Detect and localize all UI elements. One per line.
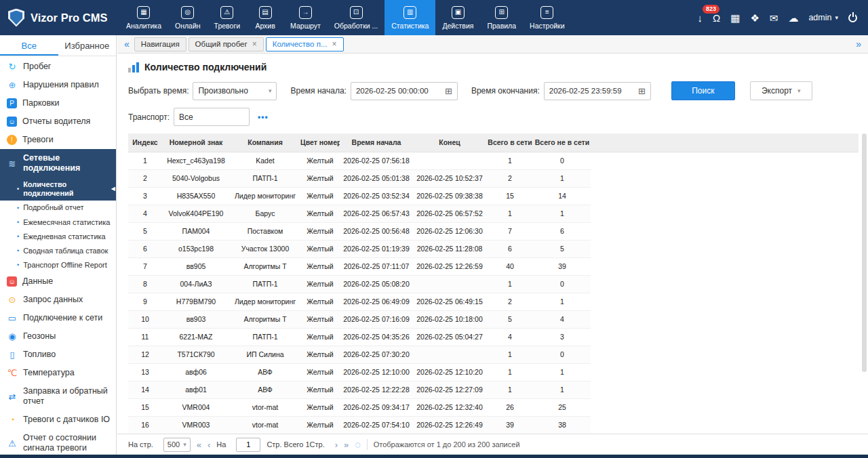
tabs-scroll-left-icon[interactable]: « bbox=[121, 39, 132, 49]
sidebar-tab-all[interactable]: Все bbox=[0, 35, 58, 56]
sidebar-item-connection-count[interactable]: •Количество подключений◀ bbox=[0, 178, 116, 201]
settings-icon: ≡ bbox=[540, 6, 553, 19]
table-row[interactable]: 15VMR004vtor-matЖелтый2026-02-25 09:34:1… bbox=[128, 398, 859, 416]
sidebar-item-geofences[interactable]: ◉Геозоны bbox=[0, 327, 116, 346]
table-row[interactable]: 4VolvoК404РЕ190БарусЖелтый2026-02-25 06:… bbox=[128, 205, 859, 222]
calendar-icon[interactable]: ⊞ bbox=[445, 86, 452, 96]
tab-2[interactable]: Общий пробег× bbox=[189, 37, 264, 51]
table-row[interactable]: 25040-VolgobusПАТП-1Желтый2026-02-25 05:… bbox=[128, 169, 859, 187]
mileage-icon: ↻ bbox=[7, 62, 18, 71]
close-icon[interactable]: × bbox=[252, 39, 257, 49]
table-row[interactable]: 16VMR003vtor-matЖелтый2026-02-25 07:54:1… bbox=[128, 416, 859, 434]
tab-label: Общий пробег bbox=[195, 40, 248, 48]
column-header: Всего в сети bbox=[486, 133, 534, 152]
cloud-icon[interactable]: ☁ bbox=[788, 13, 798, 23]
sidebar-item-label: Подробный отчет bbox=[23, 203, 83, 212]
alarm-bell-icon[interactable]: Ω823 bbox=[713, 13, 720, 23]
table-row[interactable]: 8004-ЛиАЗПАТП-1Желтый2026-02-25 05:08:20… bbox=[128, 275, 859, 293]
table-row[interactable]: 116221-MAZПАТП-1Желтый2026-02-25 04:35:2… bbox=[128, 328, 859, 346]
tab-1[interactable]: Навигация bbox=[134, 37, 186, 51]
prev-page-button[interactable]: ‹ bbox=[208, 440, 210, 450]
nav-item-rules[interactable]: ⊞Правила bbox=[480, 0, 523, 35]
sidebar-item-io-alarms[interactable]: ◔Тревоги с датчиков IO bbox=[0, 411, 116, 429]
sidebar-item-fuel[interactable]: ▯Топливо bbox=[0, 346, 116, 364]
sidebar-item-alarms[interactable]: !Тревоги bbox=[0, 131, 116, 149]
processing-icon: ⊡ bbox=[350, 6, 363, 19]
table-row[interactable]: 5ПАМ004ПоставкомЖелтый2026-02-25 00:56:4… bbox=[128, 222, 859, 240]
column-header-filler bbox=[591, 133, 859, 152]
goto-page-input[interactable] bbox=[236, 438, 260, 452]
sidebar-item-network-connect[interactable]: ▭Подключение к сети bbox=[0, 309, 116, 327]
cell: 15 bbox=[128, 398, 162, 416]
table-row[interactable]: 3Н835АХ550Лидер мониторингЖелтый2026-02-… bbox=[128, 187, 859, 205]
sidebar-item-monthly-stats[interactable]: •Ежемесячная статистика◀ bbox=[0, 215, 116, 230]
route-icon: → bbox=[299, 6, 312, 19]
nav-item-analytics[interactable]: ▦Аналитика bbox=[119, 0, 168, 35]
apps-grid-icon[interactable]: ▦ bbox=[730, 13, 740, 23]
nav-item-online[interactable]: ◎Онлайн bbox=[168, 0, 208, 35]
sidebar-item-violations[interactable]: ⊕Нарушения правил bbox=[0, 76, 116, 94]
more-options-button[interactable]: ••• bbox=[258, 112, 269, 122]
power-icon[interactable] bbox=[848, 14, 857, 22]
cell: ПАТП-1 bbox=[230, 169, 300, 187]
cell: 26 bbox=[486, 398, 534, 416]
table-row[interactable]: 12Т571СК790ИП СилинаЖелтый2026-02-25 07:… bbox=[128, 346, 859, 363]
nav-item-archive[interactable]: ▤Архив bbox=[247, 0, 283, 35]
table-row[interactable]: 1Нехст_с463уа198KadetЖелтый2026-02-25 07… bbox=[128, 152, 859, 169]
nav-item-processing[interactable]: ⊡Обработки ... bbox=[328, 0, 384, 35]
table-row[interactable]: 13авф06АВФЖелтый2026-02-25 12:10:002026-… bbox=[128, 363, 859, 381]
mail-icon[interactable]: ✉ bbox=[770, 13, 778, 23]
cell: 2026-02-25 07:16:09 bbox=[340, 310, 413, 328]
time-range-select[interactable]: Произвольно ▾ bbox=[193, 82, 277, 100]
sidebar-tab-favorites[interactable]: Избранное bbox=[58, 35, 117, 56]
table-row[interactable]: 7вв905Алгоритмы ТЖелтый2026-02-25 07:11:… bbox=[128, 257, 859, 275]
sidebar-item-detailed-report[interactable]: •Подробный отчет◀ bbox=[0, 201, 116, 215]
vertical-scrollbar[interactable] bbox=[862, 133, 867, 424]
cell: 14 bbox=[128, 381, 162, 398]
sidebar-item-refuel-return[interactable]: ⇄Заправка и обратный отчет bbox=[0, 382, 116, 411]
admin-menu[interactable]: admin ▾ bbox=[808, 13, 838, 22]
tab-label: Количество п... bbox=[273, 40, 328, 48]
search-button[interactable]: Поиск bbox=[671, 81, 735, 100]
sidebar-item-rates-summary[interactable]: •Сводная таблица ставок◀ bbox=[0, 244, 116, 258]
nav-item-alarms[interactable]: ⚠Тревоги bbox=[208, 0, 248, 35]
sidebar-item-data-request[interactable]: ⊙Запрос данных bbox=[0, 291, 116, 309]
tab-label: Навигация bbox=[141, 40, 180, 48]
cell bbox=[413, 152, 486, 169]
calendar-icon[interactable]: ⊞ bbox=[638, 86, 646, 96]
per-page-select[interactable]: 500 ▾ bbox=[163, 438, 191, 452]
last-page-button[interactable]: » bbox=[344, 440, 349, 450]
sidebar-item-offline-report[interactable]: •Транспорт Offline Report◀ bbox=[0, 258, 116, 272]
sidebar-item-driver-reports[interactable]: ☺Отчеты водителя bbox=[0, 112, 116, 131]
table-row[interactable]: 14авф01АВФЖелтый2026-02-25 12:22:282026-… bbox=[128, 381, 859, 398]
first-page-button[interactable]: « bbox=[197, 440, 201, 450]
transport-input[interactable] bbox=[174, 108, 250, 126]
refresh-spinner-icon[interactable]: ◌ bbox=[355, 439, 360, 450]
table-row[interactable]: 10вв903Алгоритмы ТЖелтый2026-02-25 07:16… bbox=[128, 310, 859, 328]
sidebar-item-alarm-status-report[interactable]: ⚠Отчет о состоянии сигнала тревоги bbox=[0, 429, 116, 455]
sidebar-item-daily-stats[interactable]: •Ежедневная статистика◀ bbox=[0, 230, 116, 244]
sidebar-item-mileage[interactable]: ↻Пробег bbox=[0, 58, 116, 76]
cell-filler bbox=[591, 398, 859, 416]
table-row[interactable]: 9Н779ВМ790Лидер мониторингЖелтый2026-02-… bbox=[128, 293, 859, 310]
download-icon[interactable]: ↓ bbox=[697, 13, 703, 23]
sidebar-item-temperature[interactable]: ℃Температура bbox=[0, 364, 116, 382]
sidebar-item-parking[interactable]: PПарковки bbox=[0, 94, 116, 112]
gift-icon[interactable]: ❖ bbox=[750, 13, 759, 23]
start-time-input[interactable]: 2026-02-25 00:00:00 ⊞ bbox=[351, 82, 458, 100]
sidebar-item-data[interactable]: ☺Данные bbox=[0, 272, 116, 291]
table-row[interactable]: 6о153рс198Участок 13000Желтый2026-02-25 … bbox=[128, 240, 859, 257]
scrollbar-thumb[interactable] bbox=[862, 133, 867, 372]
tab-3[interactable]: Количество п...× bbox=[266, 37, 344, 51]
end-time-label: Время окончания: bbox=[471, 86, 540, 96]
close-icon[interactable]: × bbox=[332, 39, 337, 49]
nav-item-statistics[interactable]: ▥Статистика bbox=[384, 0, 435, 35]
end-time-input[interactable]: 2026-02-25 23:59:59 ⊞ bbox=[544, 82, 651, 100]
next-page-button[interactable]: › bbox=[335, 440, 338, 450]
tabs-scroll-right-icon[interactable]: » bbox=[853, 39, 864, 49]
export-button[interactable]: Экспорт ▾ bbox=[750, 81, 812, 100]
nav-item-route[interactable]: →Маршрут bbox=[283, 0, 328, 35]
sidebar-item-network-connections[interactable]: ≋Сетевые подключения bbox=[0, 149, 116, 178]
nav-item-actions[interactable]: ▣Действия bbox=[435, 0, 480, 35]
nav-item-settings[interactable]: ≡Настройки bbox=[523, 0, 572, 35]
